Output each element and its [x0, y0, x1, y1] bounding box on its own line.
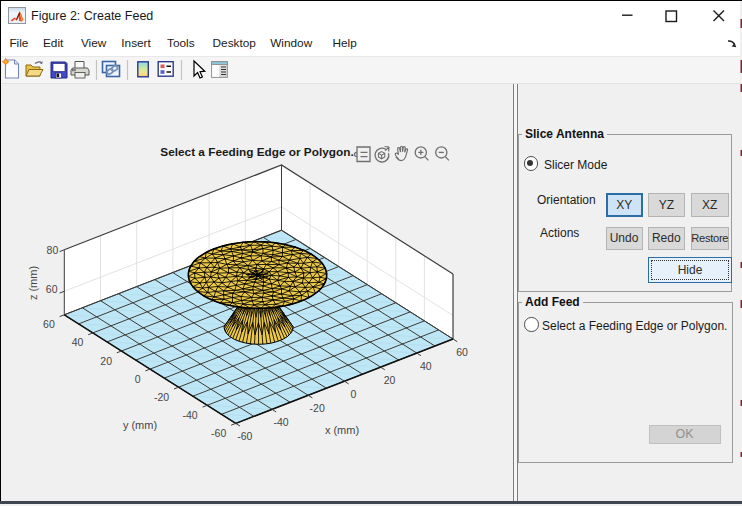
svg-text:-20: -20: [154, 391, 169, 403]
svg-text:60: 60: [43, 318, 55, 330]
svg-text:0: 0: [350, 388, 356, 400]
svg-text:20: 20: [384, 374, 396, 386]
svg-text:0: 0: [135, 373, 141, 385]
svg-text:40: 40: [420, 360, 432, 372]
svg-text:Select a Feeding Edge or Polyg: Select a Feeding Edge or Polygon.: [160, 145, 353, 159]
svg-text:60: 60: [46, 283, 58, 295]
svg-text:40: 40: [72, 336, 84, 348]
svg-text:-40: -40: [273, 416, 288, 428]
svg-text:-60: -60: [211, 427, 226, 439]
svg-text:z (mm): z (mm): [27, 266, 39, 300]
svg-text:20: 20: [100, 355, 112, 367]
svg-text:-60: -60: [237, 430, 252, 442]
svg-text:x (mm): x (mm): [325, 424, 359, 436]
svg-text:-20: -20: [310, 402, 325, 414]
svg-text:y (mm): y (mm): [123, 419, 157, 431]
svg-text:-40: -40: [183, 409, 198, 421]
svg-text:60: 60: [456, 346, 468, 358]
svg-text:80: 80: [47, 244, 59, 256]
